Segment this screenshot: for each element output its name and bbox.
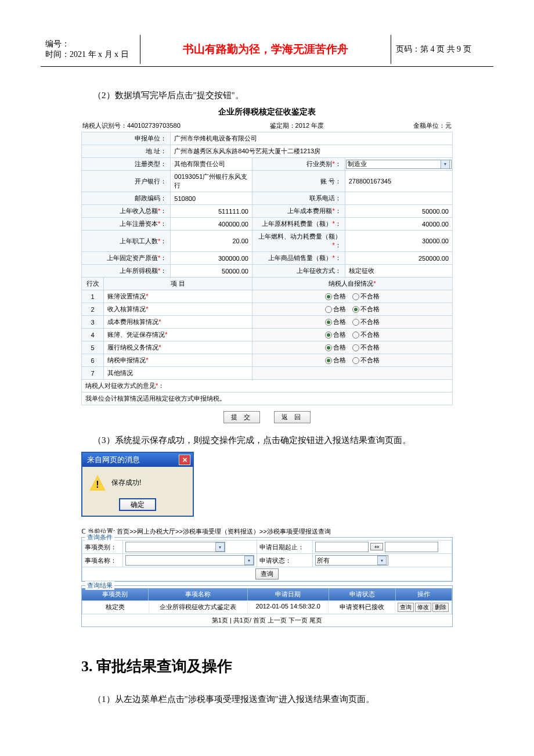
type-select[interactable]: ▾ (125, 542, 225, 552)
form-title: 企业所得税核定征收鉴定表 (81, 107, 453, 117)
doc-date: 时间：2021 年 x 月 x 日 (45, 49, 135, 60)
search-button[interactable]: 查询 (255, 568, 279, 579)
close-icon[interactable]: ✕ (179, 455, 190, 465)
rownum: 3 (82, 316, 104, 329)
paragraph-2: （2）数据填写完毕后点击"提交按钮"。 (93, 90, 493, 101)
val-addr: 广州市越秀区东风东路840号艺苑大厦十二楼1213房 (171, 145, 453, 158)
edit-button[interactable]: 修改 (415, 603, 431, 612)
lbl-fuel: 上年燃料、动力耗费量（额）*： (252, 231, 345, 252)
val-material[interactable]: 40000.00 (345, 218, 452, 231)
rownum: 5 (82, 341, 104, 354)
lbl-sales: 上年商品销售量（额）*： (252, 252, 345, 265)
item-radio-group[interactable] (252, 367, 452, 380)
radio-ok[interactable] (325, 306, 332, 313)
radio-ok[interactable] (325, 293, 332, 300)
chevron-down-icon: ▾ (244, 556, 254, 565)
lbl-asset: 上年固定资产原值*： (82, 252, 171, 265)
lbl-status: 申请状态： (257, 554, 313, 567)
alert-dialog: 来自网页的消息 ✕ ! 保存成功! 确定 (81, 452, 194, 517)
item-radio-group[interactable]: 合格 不合格 (252, 290, 452, 303)
val-method: 核定征收 (345, 265, 452, 278)
rownum: 6 (82, 354, 104, 367)
unit-label: 金额单位：元 (413, 121, 452, 130)
val-cost[interactable]: 50000.00 (345, 205, 452, 218)
item-name: 账簿、凭证保存情况* (104, 329, 252, 341)
item-radio-group[interactable]: 合格 不合格 (252, 341, 452, 354)
item-radio-group[interactable]: 合格 不合格 (252, 329, 452, 341)
lbl-tel: 联系电话： (252, 192, 345, 205)
lbl-workers: 上年职工人数*： (82, 231, 171, 252)
td-name: 企业所得税征收方式鉴定表 (149, 601, 248, 614)
item-name: 履行纳税义务情况* (104, 341, 252, 354)
back-button[interactable]: 返 回 (274, 411, 311, 423)
radio-no[interactable] (352, 293, 359, 300)
warning-icon: ! (89, 475, 106, 491)
section-3-heading: 3. 审批结果查询及操作 (81, 656, 493, 676)
tax-form: 企业所得税核定征收鉴定表 纳税人识别号：440102739703580 鉴定期：… (81, 107, 453, 423)
col-item: 项 目 (104, 278, 252, 290)
breadcrumb: ℂ 当前位置: 首页>>网上办税大厅>>涉税事项受理（资料报送）>>涉税事项受理… (81, 527, 453, 536)
doc-header-table: 编号： 时间：2021 年 x 月 x 日 书山有路勤为径，学海无涯苦作舟 页码… (41, 35, 493, 64)
val-zip: 510800 (171, 192, 252, 205)
delete-button[interactable]: 删除 (432, 603, 449, 612)
val-income[interactable]: 511111.00 (171, 205, 252, 218)
lbl-bank: 开户银行： (82, 171, 171, 192)
ok-button[interactable]: 确定 (119, 498, 156, 511)
view-button[interactable]: 查询 (398, 603, 414, 612)
dialog-title-text: 来自网页的消息 (87, 455, 140, 465)
opinion-label: 纳税人对征收方式的意见*： (82, 380, 453, 393)
val-sales[interactable]: 250000.00 (345, 252, 452, 265)
dialog-message: 保存成功! (111, 478, 141, 488)
val-fuel[interactable]: 30000.00 (345, 231, 452, 252)
itemname-select[interactable]: ▾ (125, 555, 254, 566)
lbl-industry: 行业类别*： (252, 158, 345, 171)
page-number-top: 页码：第 4 页 共 9 页 (391, 35, 494, 64)
radio-ok[interactable] (325, 357, 332, 364)
status-select[interactable]: 所有▾ (315, 555, 388, 566)
rownum: 1 (82, 290, 104, 303)
val-company: 广州市华烽机电设备有限公司 (171, 132, 453, 145)
paragraph-3: （3）系统提示保存成功，则提交操作完成，点击确定按钮进入报送结果查询页面。 (93, 435, 493, 446)
radio-ok[interactable] (325, 319, 332, 326)
val-asset[interactable]: 300000.00 (171, 252, 252, 265)
pager[interactable]: 第1页 | 共1页/ 首页 上一页 下一页 尾页 (82, 614, 452, 627)
td-status: 申请资料已接收 (329, 601, 395, 614)
assess-period: 鉴定期：2012 年度 (270, 121, 324, 130)
val-tax[interactable]: 50000.00 (171, 265, 252, 278)
lbl-zip: 邮政编码： (82, 192, 171, 205)
th-name: 事项名称 (149, 588, 248, 600)
lbl-tax: 上年所得税额*： (82, 265, 171, 278)
taxpayer-id: 纳税人识别号：440102739703580 (82, 121, 181, 130)
radio-ok[interactable] (325, 332, 332, 339)
radio-no[interactable] (352, 332, 359, 339)
date-to-input[interactable] (385, 542, 438, 552)
val-account: 278800167345 (345, 171, 452, 192)
date-range-icon[interactable]: ⇔ (370, 543, 383, 550)
submit-button[interactable]: 提 交 (223, 411, 260, 423)
rownum: 7 (82, 367, 104, 380)
opinion-value[interactable]: 我单位会计核算情况适用核定征收方式申报纳税。 (82, 393, 453, 405)
th-date: 申请日期 (248, 588, 329, 600)
query-results: 查询结果 事项类别 事项名称 申请日期 申请状态 操作 核定类 企业所得税征收方… (81, 585, 453, 627)
item-radio-group[interactable]: 合格 不合格 (252, 316, 452, 329)
val-capital[interactable]: 400000.00 (171, 218, 252, 231)
val-workers[interactable]: 20.00 (171, 231, 252, 252)
th-type: 事项类别 (82, 588, 149, 600)
radio-no[interactable] (352, 357, 359, 364)
paragraph-4: （1）从左边菜单栏点击"涉税事项受理报送查询"进入报送结果查询页面。 (93, 694, 493, 705)
chevron-down-icon: ▾ (215, 542, 225, 552)
radio-ok[interactable] (325, 344, 332, 351)
date-from-input[interactable] (315, 542, 369, 552)
form-grid: 申报单位： 广州市华烽机电设备有限公司 地 址： 广州市越秀区东风东路840号艺… (81, 132, 453, 405)
radio-no[interactable] (352, 344, 359, 351)
item-name: 收入核算情况* (104, 303, 252, 316)
item-radio-group[interactable]: 合格 不合格 (252, 354, 452, 367)
radio-no[interactable] (352, 319, 359, 326)
radio-no[interactable] (352, 306, 359, 313)
industry-select[interactable]: 制造业 ▾ (346, 160, 452, 169)
td-type: 核定类 (82, 601, 149, 614)
val-regtype: 其他有限责任公司 (171, 158, 252, 171)
lbl-type: 事项类别： (82, 541, 123, 554)
item-radio-group[interactable]: 合格 不合格 (252, 303, 452, 316)
doc-id: 编号： (45, 39, 135, 49)
